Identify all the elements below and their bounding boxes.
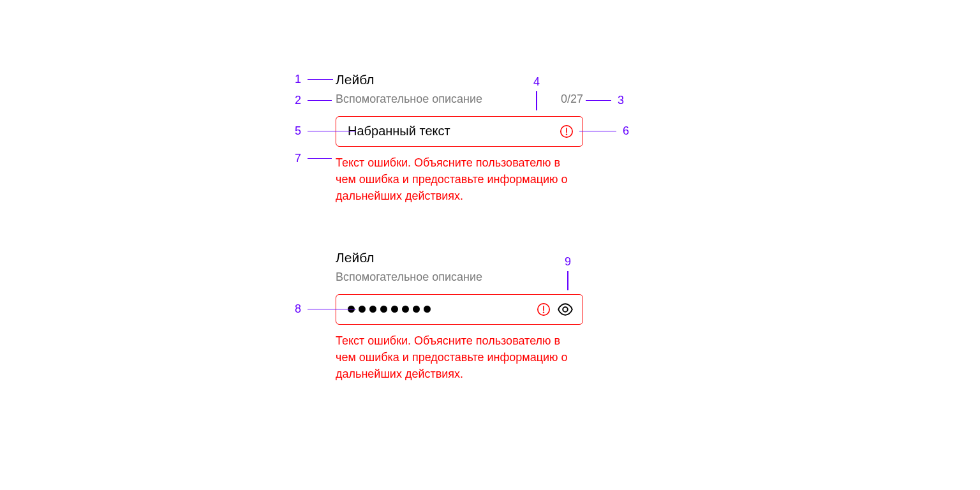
field-description: Вспомогательное описание [336, 92, 482, 107]
annotation-2: 2 [295, 94, 332, 107]
password-field-error-example: Лейбл Вспомогательное описание Текст оши… [336, 249, 583, 382]
text-field-error-example: Лейбл Вспомогательное описание 0/27 Набр… [336, 71, 583, 204]
annotation-3: 3 [586, 94, 624, 107]
annotation-6: 6 [579, 124, 629, 138]
char-counter: 0/27 [561, 93, 583, 106]
field-description: Вспомогательное описание [336, 270, 482, 285]
error-message: Текст ошибки. Объясните пользователю в ч… [336, 332, 583, 382]
error-icon [560, 124, 574, 138]
svg-point-2 [566, 133, 567, 135]
field-label: Лейбл [336, 249, 583, 266]
annotation-8: 8 [295, 302, 356, 316]
svg-point-6 [563, 307, 568, 312]
password-mask [348, 306, 530, 313]
annotation-1: 1 [295, 73, 333, 86]
annotation-9: 9 [565, 255, 571, 290]
svg-point-5 [543, 311, 544, 313]
eye-icon[interactable] [557, 301, 574, 318]
error-icon [537, 302, 551, 316]
error-message: Текст ошибки. Объясните пользователю в ч… [336, 154, 583, 204]
annotation-7: 7 [295, 152, 332, 165]
annotation-5: 5 [295, 124, 356, 138]
annotation-4: 4 [533, 75, 540, 110]
input-value: Набранный текст [348, 124, 553, 138]
field-label: Лейбл [336, 71, 583, 88]
password-input[interactable] [336, 294, 583, 325]
text-input[interactable]: Набранный текст [336, 116, 583, 147]
